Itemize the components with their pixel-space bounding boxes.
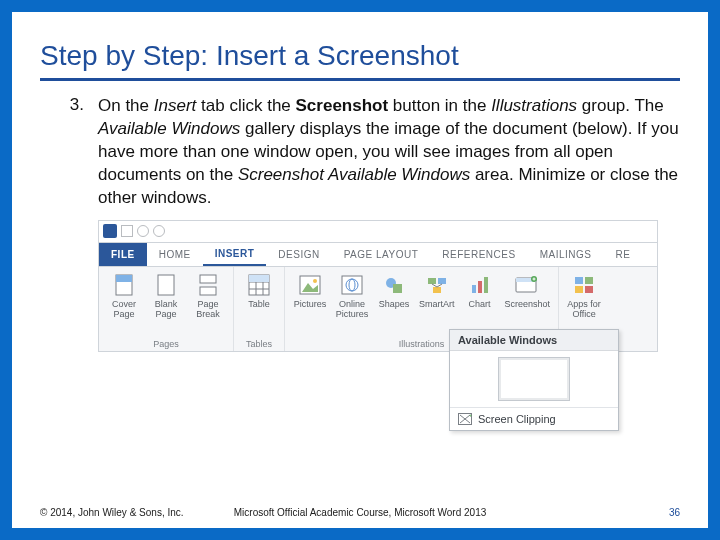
lbl: Shapes	[379, 300, 410, 310]
group-pages: CoverPage BlankPage PageBreak Pages	[99, 267, 234, 351]
screenshot-button[interactable]: Screenshot	[505, 273, 551, 320]
group-tables: Table Tables	[234, 267, 285, 351]
ribbon: CoverPage BlankPage PageBreak Pages	[98, 266, 658, 352]
lbl: OnlinePictures	[336, 300, 369, 320]
svg-rect-20	[438, 278, 446, 284]
blank-page-button[interactable]: BlankPage	[149, 273, 183, 320]
dropdown-header: Available Windows	[450, 330, 618, 351]
lbl: Chart	[469, 300, 491, 310]
screen-clipping-label: Screen Clipping	[478, 413, 556, 425]
page-break-button[interactable]: PageBreak	[191, 273, 225, 320]
svg-rect-19	[428, 278, 436, 284]
screenshot-dropdown: Available Windows + Screen Clipping	[449, 329, 619, 431]
table-icon	[247, 273, 271, 297]
lbl: BlankPage	[155, 300, 178, 320]
smartart-icon	[425, 273, 449, 297]
chart-button[interactable]: Chart	[463, 273, 497, 320]
pictures-icon	[298, 273, 322, 297]
t: tab click the	[196, 96, 295, 115]
svg-rect-3	[200, 275, 216, 283]
tab-file[interactable]: FILE	[99, 243, 147, 266]
svg-rect-32	[575, 277, 583, 284]
illustrations-word: Illustrations	[491, 96, 577, 115]
tab-page-layout[interactable]: PAGE LAYOUT	[332, 243, 431, 266]
tab-insert[interactable]: INSERT	[203, 243, 267, 266]
lbl: SmartArt	[419, 300, 455, 310]
apps-for-office-button[interactable]: Apps forOffice	[567, 273, 601, 320]
page-title: Step by Step: Insert a Screenshot	[40, 40, 680, 81]
tab-mailings[interactable]: MAILINGS	[528, 243, 604, 266]
qat-undo-icon	[137, 225, 149, 237]
tab-references[interactable]: REFERENCES	[430, 243, 527, 266]
screenshot-word: Screenshot	[296, 96, 389, 115]
shapes-button[interactable]: Shapes	[377, 273, 411, 320]
svg-point-13	[313, 279, 317, 283]
smartart-button[interactable]: SmartArt	[419, 273, 455, 320]
svg-rect-33	[585, 277, 593, 284]
svg-rect-10	[249, 275, 269, 282]
group-label: Pages	[107, 337, 225, 349]
lbl: Screenshot	[505, 300, 551, 310]
window-thumbnail[interactable]	[498, 357, 570, 401]
avail-windows-word: Available Windows	[98, 119, 240, 138]
course-name: Microsoft Official Academic Course, Micr…	[40, 507, 680, 518]
svg-rect-21	[433, 287, 441, 293]
svg-rect-18	[393, 284, 402, 293]
svg-rect-35	[585, 286, 593, 293]
insert-word: Insert	[154, 96, 197, 115]
tab-review-fragment[interactable]: RE	[603, 243, 642, 266]
qat-redo-icon	[153, 225, 165, 237]
tab-home[interactable]: HOME	[147, 243, 203, 266]
pictures-button[interactable]: Pictures	[293, 273, 327, 320]
svg-rect-1	[116, 275, 132, 282]
group-label: Tables	[242, 337, 276, 349]
screen-clipping-icon: +	[458, 413, 472, 425]
table-button[interactable]: Table	[242, 273, 276, 310]
step-row: 3. On the Insert tab click the Screensho…	[40, 95, 680, 210]
svg-text:+: +	[469, 413, 472, 418]
page-break-icon	[196, 273, 220, 297]
footer: © 2014, John Wiley & Sons, Inc. Microsof…	[40, 507, 680, 518]
svg-rect-24	[472, 285, 476, 293]
svg-rect-26	[484, 277, 488, 293]
tab-design[interactable]: DESIGN	[266, 243, 331, 266]
svg-rect-34	[575, 286, 583, 293]
lbl: Pictures	[294, 300, 327, 310]
svg-line-22	[432, 284, 437, 287]
svg-rect-25	[478, 281, 482, 293]
svg-line-23	[437, 284, 442, 287]
screenshot-icon	[515, 273, 539, 297]
online-pictures-icon	[340, 273, 364, 297]
lbl: Table	[248, 300, 270, 310]
online-pictures-button[interactable]: OnlinePictures	[335, 273, 369, 320]
svg-rect-4	[200, 287, 216, 295]
titlebar	[98, 220, 658, 242]
word-app-icon	[103, 224, 117, 238]
lbl: PageBreak	[196, 300, 220, 320]
t: group. The	[577, 96, 664, 115]
apps-icon	[572, 273, 596, 297]
cover-page-button[interactable]: CoverPage	[107, 273, 141, 320]
slide: Step by Step: Insert a Screenshot 3. On …	[0, 0, 720, 540]
t: On the	[98, 96, 154, 115]
word-ribbon-image: FILE HOME INSERT DESIGN PAGE LAYOUT REFE…	[98, 220, 658, 352]
svg-rect-2	[158, 275, 174, 295]
lbl: CoverPage	[112, 300, 136, 320]
chart-icon	[468, 273, 492, 297]
shapes-icon	[382, 273, 406, 297]
t: button in the	[388, 96, 491, 115]
step-text: On the Insert tab click the Screenshot b…	[98, 95, 680, 210]
cover-page-icon	[112, 273, 136, 297]
qat-save-icon	[121, 225, 133, 237]
saw-word: Screenshot Available Windows	[238, 165, 470, 184]
lbl: Apps forOffice	[567, 300, 601, 320]
screen-clipping-item[interactable]: + Screen Clipping	[450, 407, 618, 430]
dropdown-body	[450, 351, 618, 407]
ribbon-tabs: FILE HOME INSERT DESIGN PAGE LAYOUT REFE…	[98, 242, 658, 266]
step-number: 3.	[64, 95, 84, 210]
blank-page-icon	[154, 273, 178, 297]
